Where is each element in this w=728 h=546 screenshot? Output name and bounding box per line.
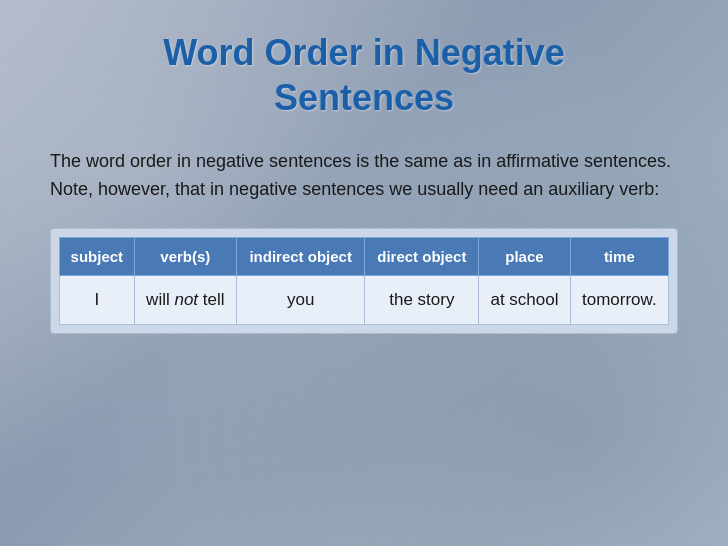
col-header-verbs: verb(s) <box>134 237 236 275</box>
cell-time: tomorrow. <box>570 275 668 324</box>
body-paragraph: The word order in negative sentences is … <box>50 148 678 204</box>
title-heading: Word Order in Negative Sentences <box>50 30 678 120</box>
table-header-row: subject verb(s) indirect object direct o… <box>60 237 669 275</box>
col-header-place: place <box>479 237 570 275</box>
cell-subject: I <box>60 275 135 324</box>
word-order-table: subject verb(s) indirect object direct o… <box>59 237 669 325</box>
verb-plain-after: tell <box>198 290 224 309</box>
slide: Word Order in Negative Sentences The wor… <box>0 0 728 546</box>
col-header-direct-object: direct object <box>365 237 479 275</box>
col-header-subject: subject <box>60 237 135 275</box>
cell-direct-object: the story <box>365 275 479 324</box>
table-row: I will not tell you the story at school … <box>60 275 669 324</box>
slide-title: Word Order in Negative Sentences <box>50 30 678 120</box>
word-order-table-container: subject verb(s) indirect object direct o… <box>50 228 678 334</box>
col-header-indirect-object: indirect object <box>237 237 365 275</box>
verb-plain-before: will <box>146 290 174 309</box>
cell-verbs: will not tell <box>134 275 236 324</box>
verb-italic: not <box>174 290 198 309</box>
cell-place: at school <box>479 275 570 324</box>
col-header-time: time <box>570 237 668 275</box>
cell-indirect-object: you <box>237 275 365 324</box>
